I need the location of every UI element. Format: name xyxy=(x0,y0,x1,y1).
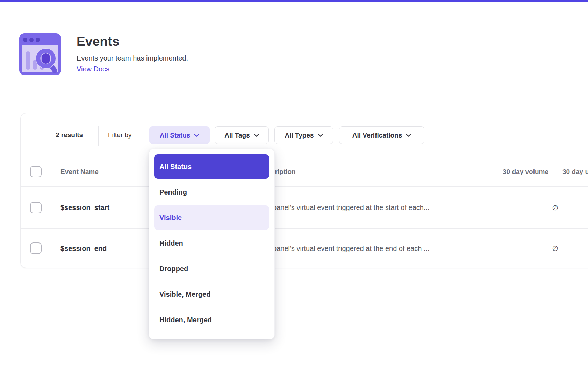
menu-item-visible-merged[interactable]: Visible, Merged xyxy=(154,282,269,307)
results-count: 2 results xyxy=(56,113,83,157)
menu-item-all-status[interactable]: All Status xyxy=(154,154,269,179)
filter-status-label: All Status xyxy=(160,132,191,139)
chevron-down-icon xyxy=(194,134,199,137)
filter-verifications-button[interactable]: All Verifications xyxy=(339,126,424,144)
events-page: Events Events your team has implemented.… xyxy=(0,0,588,366)
filter-status-button[interactable]: All Status xyxy=(149,126,210,144)
column-header-30-day-users[interactable]: 30 day users xyxy=(562,157,588,186)
page-title: Events xyxy=(77,34,188,49)
menu-item-hidden[interactable]: Hidden xyxy=(154,231,269,255)
events-analytics-search-icon xyxy=(19,33,61,75)
event-name-cell[interactable]: $session_start xyxy=(60,187,109,228)
chevron-down-icon xyxy=(254,134,259,137)
page-subtitle: Events your team has implemented. xyxy=(77,54,188,63)
table-header-row: Event Name Description 30 day volume 30 … xyxy=(21,157,588,187)
event-volume-cell: ∅ xyxy=(552,187,558,228)
filter-types-button[interactable]: All Types xyxy=(274,126,333,144)
filter-types-label: All Types xyxy=(285,132,314,139)
row-checkbox[interactable] xyxy=(30,202,42,213)
menu-item-hidden-merged[interactable]: Hidden, Merged xyxy=(154,308,269,332)
table-row[interactable]: $session_start Mixpanel's virtual event … xyxy=(21,187,588,228)
menu-item-pending[interactable]: Pending xyxy=(154,180,269,204)
events-table-card: 2 results Filter by All Status All Tags … xyxy=(20,113,588,268)
table-row[interactable]: $session_end Mixpanel's virtual event tr… xyxy=(21,228,588,268)
toolbar-divider xyxy=(98,126,99,146)
chevron-down-icon xyxy=(406,134,411,137)
top-progress-bar xyxy=(0,0,588,2)
event-volume-cell: ∅ xyxy=(552,229,558,268)
filter-tags-label: All Tags xyxy=(224,132,250,139)
filter-tags-button[interactable]: All Tags xyxy=(215,126,269,144)
filter-by-label: Filter by xyxy=(108,113,132,157)
filter-toolbar: 2 results Filter by All Status All Tags … xyxy=(21,113,588,157)
menu-item-dropped[interactable]: Dropped xyxy=(154,256,269,281)
select-all-checkbox[interactable] xyxy=(30,166,42,177)
menu-item-visible[interactable]: Visible xyxy=(154,205,269,230)
status-dropdown-menu: All Status Pending Visible Hidden Droppe… xyxy=(149,149,275,339)
view-docs-link[interactable]: View Docs xyxy=(77,65,109,73)
filter-verifications-label: All Verifications xyxy=(352,132,402,139)
event-description-cell: Mixpanel's virtual event triggered at th… xyxy=(262,229,430,268)
event-description-cell: Mixpanel's virtual event triggered at th… xyxy=(262,187,430,228)
column-header-30-day-volume[interactable]: 30 day volume xyxy=(503,157,548,186)
row-checkbox[interactable] xyxy=(30,242,42,254)
chevron-down-icon xyxy=(318,134,323,137)
column-header-event-name[interactable]: Event Name xyxy=(60,157,99,186)
event-name-cell[interactable]: $session_end xyxy=(60,229,107,268)
